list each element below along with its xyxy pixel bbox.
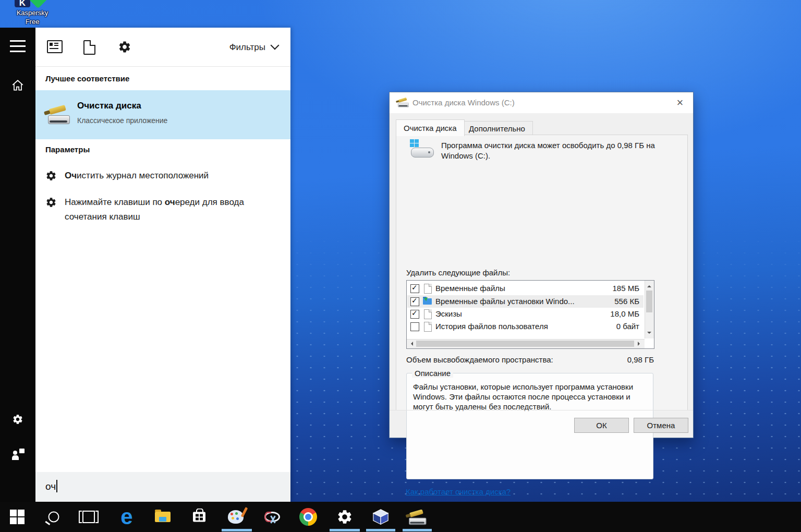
task-view-icon — [82, 511, 95, 523]
horizontal-scrollbar[interactable] — [407, 339, 645, 348]
tab-more-options[interactable]: Дополнительно — [461, 121, 533, 136]
checkbox[interactable] — [410, 297, 419, 306]
palette-icon — [228, 510, 244, 524]
file-name: Эскизы — [435, 309, 462, 318]
running-indicator — [366, 529, 395, 531]
apps-filter-button[interactable] — [47, 40, 62, 55]
desktop: K Kaspersky Free — [0, 0, 801, 532]
best-match-header: Лучшее соответствие — [45, 74, 129, 83]
file-row-user-history[interactable]: История файлов пользователя 0 байт — [407, 320, 644, 333]
disk-cleanup-icon — [397, 96, 409, 108]
filters-dropdown[interactable]: Фильтры — [229, 40, 278, 55]
disk-cleanup-dialog: Очистка диска Windows (C:) × Очистка дис… — [389, 92, 694, 438]
edge-button[interactable]: e — [114, 504, 139, 529]
file-row-temp-files[interactable]: Временные файлы 185 МБ — [407, 282, 644, 295]
file-icon — [424, 284, 432, 294]
file-name: Временные файлы — [435, 284, 505, 293]
files-to-delete-label: Удалить следующие файлы: — [406, 268, 510, 277]
param-result-key-sequence[interactable]: Нажимайте клавиши по очереди для ввода с… — [35, 195, 290, 227]
tab-disk-cleanup[interactable]: Очистка диска — [396, 119, 465, 136]
scroll-right-icon[interactable] — [638, 342, 642, 346]
scissors-icon — [264, 512, 280, 522]
space-gained-label: Объем высвобождаемого пространства: — [406, 355, 553, 364]
kaspersky-logo-icon: K — [15, 0, 30, 7]
param-result-clear-history[interactable]: Очистить журнал местоположений — [35, 168, 290, 186]
disk-cleanup-icon — [407, 507, 427, 526]
settings-filter-button[interactable] — [118, 40, 132, 55]
scrollbar-thumb[interactable] — [646, 291, 652, 312]
scrollbar-thumb[interactable] — [416, 341, 634, 347]
description-group-label: Описание — [412, 369, 453, 378]
start-button[interactable] — [5, 504, 30, 529]
gear-icon — [45, 170, 57, 182]
chevron-down-icon — [271, 41, 280, 50]
home-icon — [11, 79, 25, 92]
checkbox[interactable] — [410, 322, 419, 331]
file-row-thumbnails[interactable]: Эскизы 18,0 МБ — [407, 308, 644, 320]
home-button[interactable] — [0, 72, 35, 98]
hamburger-icon — [10, 40, 26, 53]
search-sidebar — [0, 28, 35, 502]
params-header: Параметры — [45, 145, 90, 154]
file-name: Временные файлы установки Windo... — [435, 297, 575, 306]
taskbar-search-button[interactable] — [41, 504, 66, 529]
apps-icon — [47, 40, 63, 53]
cancel-button[interactable]: Отмена — [634, 418, 688, 433]
chrome-button[interactable] — [296, 504, 321, 529]
file-size: 185 МБ — [612, 284, 639, 293]
kaspersky-desktop-icon[interactable]: K Kaspersky Free — [7, 0, 57, 29]
document-icon — [83, 40, 95, 55]
scroll-up-icon[interactable] — [647, 283, 651, 287]
file-size: 18,0 МБ — [610, 309, 639, 318]
gear-icon — [12, 414, 23, 425]
feedback-button[interactable] — [0, 442, 35, 467]
virtualbox-cube-icon — [372, 508, 390, 526]
gear-icon — [118, 40, 131, 54]
description-text: Файлы установки, которые использует прог… — [413, 382, 641, 412]
documents-filter-button[interactable] — [83, 40, 98, 55]
store-button[interactable] — [187, 504, 212, 529]
taskbar-settings-button[interactable] — [332, 504, 357, 529]
gear-icon — [336, 509, 353, 525]
search-filter-row: Фильтры — [35, 28, 290, 67]
best-match-result[interactable]: Очистка диска Классическое приложение — [35, 90, 290, 139]
settings-button[interactable] — [0, 407, 35, 432]
dialog-titlebar[interactable]: Очистка диска Windows (C:) × — [390, 92, 693, 113]
button-row-divider — [390, 410, 693, 410]
hamburger-menu-button[interactable] — [0, 34, 35, 59]
snipping-tool-button[interactable] — [260, 504, 285, 529]
task-view-button[interactable] — [76, 504, 101, 529]
search-input[interactable]: оч — [35, 472, 290, 502]
checkbox[interactable] — [410, 310, 419, 319]
file-row-setup-files[interactable]: Временные файлы установки Windo... 556 К… — [407, 295, 644, 308]
space-gained-value: 0,98 ГБ — [627, 355, 654, 364]
best-match-subtitle: Классическое приложение — [77, 116, 167, 125]
file-icon — [424, 309, 432, 319]
close-button[interactable]: × — [671, 94, 689, 112]
windows-logo-icon — [10, 510, 25, 524]
folder-icon — [423, 298, 432, 305]
how-disk-cleanup-works-link[interactable]: Как работает очистка диска? — [406, 487, 511, 496]
virtualbox-button[interactable] — [368, 504, 393, 529]
checkbox[interactable] — [410, 284, 419, 293]
kaspersky-shield-icon — [27, 0, 49, 8]
file-explorer-button[interactable] — [150, 504, 175, 529]
best-match-title: Очистка диска — [77, 101, 141, 111]
scroll-down-icon[interactable] — [647, 332, 651, 336]
feedback-icon — [12, 449, 25, 461]
gear-icon — [45, 197, 57, 208]
dialog-title: Очистка диска Windows (C:) — [412, 98, 515, 107]
search-query-text: оч — [45, 481, 56, 492]
ok-button[interactable]: ОК — [574, 418, 629, 433]
paint3d-button[interactable] — [223, 504, 248, 529]
store-bag-icon — [193, 512, 205, 522]
vertical-scrollbar[interactable] — [645, 281, 654, 338]
scroll-left-icon[interactable] — [409, 342, 413, 346]
files-listbox: Временные файлы 185 МБ Временные файлы у… — [406, 280, 654, 349]
disk-cleanup-taskbar-button[interactable] — [405, 504, 430, 529]
running-indicator — [403, 529, 432, 531]
search-panel: Фильтры Лучшее соответствие Очистка диск… — [35, 28, 290, 502]
file-icon — [424, 322, 432, 332]
text-caret — [56, 480, 57, 492]
disk-cleanup-app-icon — [46, 103, 71, 126]
